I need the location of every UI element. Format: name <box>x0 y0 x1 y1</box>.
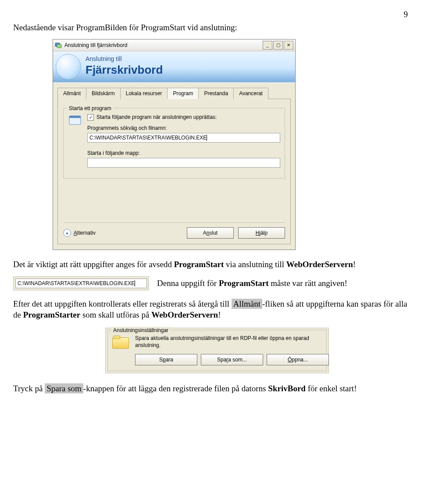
app-icon <box>55 42 62 49</box>
checkbox-icon: ✓ <box>87 114 94 121</box>
spara-button[interactable]: Spara <box>135 354 197 365</box>
start-program-checkbox[interactable]: ✓ Starta följande program när anslutning… <box>87 114 280 121</box>
alternativ-link[interactable]: Alternativ <box>74 229 96 236</box>
close-button[interactable]: ✕ <box>284 41 293 50</box>
oppna-button[interactable]: Öppna... <box>267 354 329 365</box>
anslutningsinstallningar-panel: Anslutningsinställningar Spara aktuella … <box>105 328 329 373</box>
tab-avancerat[interactable]: Avancerat <box>233 88 268 99</box>
collapse-icon[interactable]: ▲ <box>63 229 71 237</box>
svg-rect-1 <box>57 44 61 48</box>
highlight-allmant: Allmänt <box>232 299 262 309</box>
maximize-button[interactable]: ▢ <box>273 41 283 50</box>
tab-prestanda[interactable]: Prestanda <box>198 88 234 99</box>
banner-title: Fjärrskrivbord <box>86 62 163 78</box>
tab-program[interactable]: Program <box>167 88 199 99</box>
text-efter: Efter det att uppgiften kontrollerats el… <box>13 298 408 321</box>
svg-rect-3 <box>69 116 81 118</box>
folder-icon <box>112 335 130 350</box>
tab-lokala-resurser[interactable]: Lokala resurser <box>120 88 168 99</box>
path-label: Programmets sökväg och filnamn: <box>87 125 280 132</box>
page-number: 9 <box>13 9 408 20</box>
start-program-group: Starta ett program ✓ Starta följande pro… <box>63 108 285 179</box>
window-title: Anslutning till fjärrskrivbord <box>64 42 263 49</box>
hjalp-button[interactable]: Hjälp <box>238 227 285 239</box>
path-snippet: C:\WINADAR\STARTAS\EXTRA\WEBLOGIN.EXE <box>13 276 149 290</box>
group-legend: Starta ett program <box>67 105 113 112</box>
rdp-dialog: Anslutning till fjärrskrivbord _ ▢ ✕ Ans… <box>53 39 296 250</box>
text-viktigt: Det är viktigt att rätt uppgifter anges … <box>13 259 408 270</box>
titlebar: Anslutning till fjärrskrivbord _ ▢ ✕ <box>53 39 295 51</box>
highlight-spara-som: Spara som <box>45 383 83 393</box>
tab-bildskarm[interactable]: Bildskärm <box>86 88 121 99</box>
tab-strip: Allmänt Bildskärm Lokala resurser Progra… <box>57 87 291 99</box>
checkbox-label: Starta följande program när anslutningen… <box>96 114 217 121</box>
text-uppgift: Denna uppgift för ProgramStart måste var… <box>157 278 408 289</box>
start-folder-input[interactable] <box>87 158 280 168</box>
program-path-input[interactable]: C:\WINADAR\STARTAS\EXTRA\WEBLOGIN.EXE <box>87 133 280 143</box>
banner-icon <box>56 54 81 79</box>
settings-legend: Anslutningsinställningar <box>111 327 170 334</box>
settings-text: Spara aktuella anslutningsinställningar … <box>135 335 322 350</box>
anslut-button[interactable]: Anslut <box>187 227 234 239</box>
tab-panel-program: Starta ett program ✓ Starta följande pro… <box>57 99 291 244</box>
banner: Anslutning till Fjärrskrivbord <box>53 51 295 82</box>
text-final: Tryck på Spara som-knappen för att lägga… <box>13 383 408 394</box>
program-icon <box>68 114 83 129</box>
spara-som-button[interactable]: Spara som... <box>201 354 263 365</box>
intro-text: Nedastående visar ProgramBilden för Prog… <box>13 22 408 33</box>
folder-label: Starta i följande mapp: <box>87 150 280 157</box>
path-snippet-input[interactable]: C:\WINADAR\STARTAS\EXTRA\WEBLOGIN.EXE <box>15 279 147 288</box>
tab-allmant[interactable]: Allmänt <box>57 88 86 99</box>
minimize-button[interactable]: _ <box>263 41 272 50</box>
